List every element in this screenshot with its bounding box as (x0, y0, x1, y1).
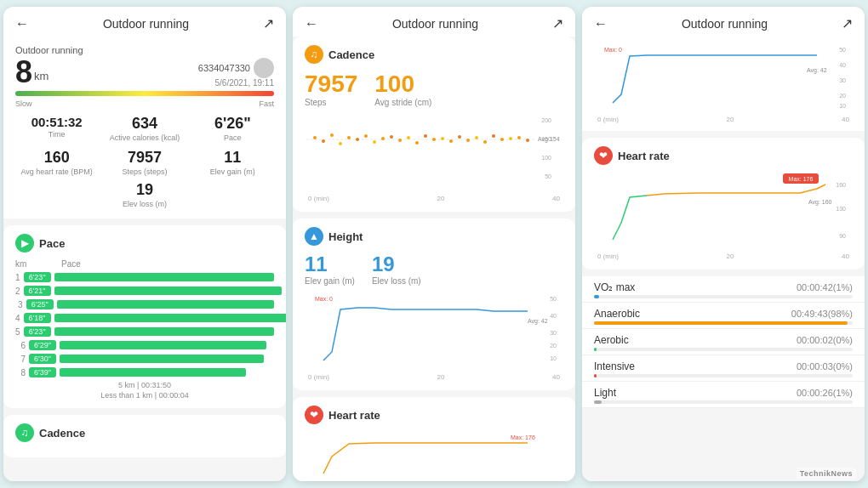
zone-row: Light 00:00:26(1%) (582, 382, 865, 408)
heart-rate-section-p2: ❤ Heart rate Max: 176 (293, 397, 575, 481)
svg-text:100: 100 (541, 155, 551, 161)
stat-steps-value: 7957 (103, 149, 186, 167)
cadence-x-labels: 0 (min) 20 40 (305, 194, 563, 203)
back-icon-p3[interactable]: ← (594, 16, 608, 31)
pace-gradient-bar (15, 91, 274, 96)
panel-1-title: Outdoor running (103, 17, 189, 31)
svg-point-16 (398, 139, 402, 142)
heart-icon-p3: ❤ (594, 146, 613, 165)
pace-time-badge: 6'29" (29, 340, 56, 350)
pace-bar-fill (57, 300, 274, 309)
back-icon-p1[interactable]: ← (15, 16, 29, 31)
zone-value: 00:49:43(98%) (791, 309, 853, 319)
cadence-section-icon: ♫ (305, 45, 323, 64)
pace-row: 2 6'21" (15, 286, 274, 296)
height-elevloss-label: Elev loss (m) (372, 276, 421, 286)
stat-elevloss: 19 Elev loss (m) (15, 181, 274, 208)
cadence-stride-block: 100 Avg stride (cm) (374, 71, 431, 107)
pace-note-less: Less than 1 km | 00:00:04 (15, 391, 274, 400)
watermark: TechnikNews (797, 468, 856, 479)
zone-label: Light (594, 387, 616, 399)
distance-row: 8 km 6334047330 5/6/2021, 19:11 (15, 57, 274, 88)
pace-section: ▶ Pace km Pace 1 6'23" 2 6'21" 3 6'25" 4… (3, 225, 286, 408)
pace-km-label: 1 (15, 273, 20, 282)
svg-point-10 (347, 136, 351, 139)
cadence-steps-value: 7957 (305, 71, 357, 98)
stat-steps: 7957 Steps (steps) (103, 149, 186, 176)
stat-time-value: 00:51:32 (15, 115, 98, 129)
svg-text:20: 20 (839, 93, 846, 99)
share-icon-p1[interactable]: ↗ (263, 15, 274, 31)
panel-1-content: Outdoor running 8 km 6334047330 5/6/2021… (3, 37, 286, 481)
cadence-x-20: 20 (437, 195, 445, 202)
heart-chart-p2: Max: 176 (305, 431, 563, 481)
zone-row: Intensive 00:00:03(0%) (582, 355, 865, 382)
pace-bar-fill (54, 287, 283, 295)
stat-heartrate-value: 160 (15, 149, 98, 167)
svg-text:Max: 176: Max: 176 (789, 176, 814, 182)
pace-rows: 1 6'23" 2 6'21" 3 6'25" 4 6'18" 5 6'23" … (15, 272, 274, 377)
svg-text:30: 30 (550, 330, 557, 336)
height-chart-wrapper: Max: 0 Avg: 42 50 40 30 20 10 0 (min) 20… (305, 292, 563, 382)
zone-label: Intensive (594, 360, 635, 372)
zone-bar-fill (594, 348, 597, 351)
svg-point-8 (330, 133, 334, 137)
cadence-section-title: Cadence (328, 48, 374, 61)
zone-value: 00:00:42(1%) (797, 282, 853, 292)
stats-row-2: 160 Avg heart rate (BPM) 7957 Steps (ste… (15, 149, 274, 176)
stat-pace-value: 6'26" (191, 115, 274, 133)
height-section-title: Height (328, 230, 363, 243)
pace-km-label: 6 (15, 341, 26, 350)
pace-col-pace: Pace (61, 259, 81, 269)
height-elevgain-label: Elev gain (m) (305, 276, 355, 286)
stat-elevloss-value: 19 (15, 181, 274, 199)
panel-3: ← Outdoor running ↗ Max: 0 Avg: 42 50 40… (582, 7, 865, 481)
height-icon: ▲ (305, 227, 323, 246)
cadence-steps-label: Steps (305, 98, 357, 107)
zone-row: VO₂ max 00:00:42(1%) (582, 276, 865, 303)
p3-elevation-chart: Max: 0 Avg: 42 50 40 30 20 10 0 (min) 20… (582, 37, 865, 131)
back-icon-p2[interactable]: ← (305, 16, 318, 31)
svg-point-30 (517, 136, 521, 139)
heart-rate-header-p2: ❤ Heart rate (305, 406, 563, 424)
svg-point-21 (441, 137, 444, 140)
pace-time-badge: 6'39" (29, 367, 56, 377)
height-section-header: ▲ Height (305, 227, 563, 246)
avatar (254, 58, 274, 78)
svg-point-13 (373, 140, 376, 144)
svg-point-27 (492, 134, 495, 138)
stats-row-1: 00:51:32 Time 634 Active calories (kcal)… (15, 115, 274, 142)
panel-2-header: ← Outdoor running ↗ (293, 7, 575, 37)
pace-note-5km: 5 km | 00:31:50 (15, 381, 274, 389)
stat-calories: 634 Active calories (kcal) (103, 115, 186, 142)
svg-point-9 (339, 142, 342, 145)
panel-2-content: ♫ Cadence 7957 Steps 100 Avg stride (cm)… (293, 37, 575, 481)
panel-3-content: Max: 0 Avg: 42 50 40 30 20 10 0 (min) 20… (582, 37, 865, 481)
stat-calories-label: Active calories (kcal) (103, 133, 186, 142)
svg-text:10: 10 (550, 355, 557, 361)
stat-time: 00:51:32 Time (15, 115, 98, 142)
pace-bar-fill (54, 314, 286, 322)
stat-pace-label: Pace (191, 133, 274, 142)
share-icon-p2[interactable]: ↗ (552, 15, 563, 31)
pace-row: 5 6'23" (15, 326, 274, 337)
svg-point-17 (407, 136, 410, 139)
stat-pace: 6'26" Pace (191, 115, 274, 142)
share-icon-p3[interactable]: ↗ (842, 15, 853, 31)
pace-fast-label: Fast (259, 99, 274, 108)
height-x-labels: 0 (min) 20 40 (305, 372, 563, 382)
svg-text:90: 90 (839, 233, 846, 239)
height-x-20: 20 (437, 373, 445, 381)
svg-point-15 (390, 135, 393, 139)
pace-km-label: 8 (15, 368, 26, 377)
heart-chart-p3-wrapper: Max: 176 Avg: 160 160 130 90 0 (min) 20 … (594, 172, 853, 261)
p1-summary: Outdoor running 8 km 6334047330 5/6/2021… (3, 37, 286, 218)
cadence-x-0: 0 (min) (308, 195, 329, 202)
svg-text:160: 160 (836, 182, 846, 188)
user-info: 6334047330 5/6/2021, 19:11 (198, 58, 274, 88)
distance-value: 8 (15, 57, 32, 88)
cadence-stats: 7957 Steps 100 Avg stride (cm) (305, 71, 563, 107)
pace-km-label: 2 (15, 287, 20, 296)
svg-point-7 (322, 139, 325, 143)
svg-point-14 (381, 137, 385, 140)
